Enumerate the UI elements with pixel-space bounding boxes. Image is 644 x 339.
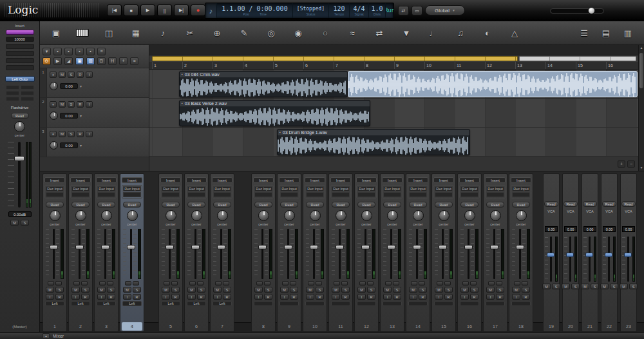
pads-icon[interactable]: ▦: [129, 26, 143, 39]
mute-button[interactable]: M: [512, 287, 520, 293]
input-monitoring-button[interactable]: [282, 281, 289, 286]
record-arm-button[interactable]: R: [223, 294, 231, 300]
solo-button[interactable]: S: [21, 220, 29, 226]
input-monitoring-button[interactable]: [189, 281, 196, 286]
mixer-strip[interactable]: InsertRec InputReadcenterMSIR16: [457, 173, 482, 332]
input-assign-button[interactable]: I: [254, 294, 263, 300]
rec-input-slot[interactable]: Rec Input: [332, 186, 350, 191]
insert-slot[interactable]: Insert: [279, 177, 299, 183]
record-arm-button[interactable]: R: [197, 294, 205, 300]
mixer-strip[interactable]: InsertRec InputReadcenterMSIRLeft1: [43, 173, 67, 332]
rec-input-slot[interactable]: Rec Input: [512, 186, 530, 191]
solo-button[interactable]: S: [610, 284, 618, 289]
pan-knob[interactable]: [490, 210, 501, 221]
track-input-button[interactable]: I: [86, 72, 93, 78]
volume-fader[interactable]: [486, 228, 505, 280]
pan-knob[interactable]: [336, 210, 346, 221]
mute-button[interactable]: M: [435, 287, 443, 293]
fader-cap[interactable]: [14, 156, 24, 161]
solo-button[interactable]: S: [393, 287, 401, 293]
velocity-tool-icon[interactable]: ▥: [86, 57, 95, 65]
track-read-button[interactable]: R: [77, 72, 84, 78]
bounce-button[interactable]: [522, 281, 528, 286]
input-assign-button[interactable]: I: [435, 294, 443, 300]
pan-knob[interactable]: [50, 210, 61, 221]
track-solo-button[interactable]: S: [68, 131, 75, 137]
io-cell[interactable]: [6, 97, 19, 101]
record-arm-button[interactable]: R: [419, 294, 427, 300]
automation-icon[interactable]: ≈: [345, 26, 359, 39]
audio-region[interactable]: ▪03 Bass Verse 2.wav: [179, 100, 370, 126]
insert-slot-empty[interactable]: [6, 51, 34, 56]
record-arm-button[interactable]: R: [470, 294, 478, 300]
mixer-strip[interactable]: InsertRec InputReadcenterMSIRLeft3: [94, 173, 118, 332]
volume-fader[interactable]: [187, 228, 206, 280]
solo-button[interactable]: S: [133, 287, 141, 293]
track-input-button[interactable]: I: [86, 101, 93, 108]
mute-button[interactable]: M: [600, 284, 609, 289]
automation-mode-button[interactable]: Read: [621, 201, 636, 207]
insert-slot[interactable]: Insert: [44, 177, 65, 183]
automation-mode-button[interactable]: Read: [332, 202, 350, 208]
tuner-icon[interactable]: ◐: [480, 26, 495, 39]
output-slot[interactable]: [71, 192, 90, 197]
automation-mode-button[interactable]: Read: [97, 202, 115, 208]
volume-fader[interactable]: [621, 236, 636, 282]
input-assign-button[interactable]: I: [71, 294, 80, 300]
fader-cap[interactable]: [310, 245, 318, 249]
mute-button[interactable]: M: [460, 287, 469, 293]
output-slot[interactable]: [332, 192, 350, 197]
disclosure-icon[interactable]: ▾: [43, 48, 51, 55]
record-arm-button[interactable]: R: [341, 294, 350, 300]
solo-button[interactable]: S: [81, 287, 90, 293]
ruler-bar[interactable]: 15: [576, 62, 606, 69]
input-assign-button[interactable]: I: [97, 294, 106, 300]
midi-edit-icon[interactable]: ▣: [75, 57, 84, 65]
ruler-bar[interactable]: 16: [606, 62, 636, 69]
volume-fader[interactable]: [122, 228, 142, 280]
insert-slot[interactable]: Insert: [186, 177, 207, 183]
automation-mode-button[interactable]: Read: [254, 202, 272, 208]
bounce-button[interactable]: [81, 281, 88, 286]
zoom-tool-icon[interactable]: ◎: [264, 26, 278, 39]
lock-icon[interactable]: ⊡: [97, 57, 106, 65]
volume-fader[interactable]: [331, 228, 350, 280]
bounce-button[interactable]: [55, 281, 62, 286]
mute-button[interactable]: M: [187, 287, 196, 293]
record-arm-button[interactable]: R: [393, 294, 401, 300]
ruler-bar[interactable]: 1: [152, 62, 182, 69]
fader-cap[interactable]: [127, 245, 135, 249]
track-input-button[interactable]: I: [86, 131, 93, 137]
mute-button[interactable]: M: [254, 287, 263, 293]
input-monitoring-button[interactable]: [73, 281, 80, 286]
pan-knob[interactable]: [516, 210, 527, 221]
lcd-tempo-section[interactable]: 120 Tempo: [329, 3, 350, 18]
meter-bridge-icon[interactable]: ▥: [621, 26, 635, 39]
input-monitoring-button[interactable]: [334, 281, 340, 286]
rec-input-slot[interactable]: Rec Input: [71, 186, 90, 191]
pan-knob[interactable]: [387, 210, 398, 221]
bar-ruler[interactable]: 12345678910111213141516: [149, 62, 644, 70]
lcd-position-section[interactable]: 1.1.00 / 0:00.000 Posi Time: [217, 3, 293, 18]
pointer-tool-icon[interactable]: ▶: [53, 57, 62, 65]
bounce-button[interactable]: [133, 281, 139, 286]
solo-button[interactable]: S: [197, 287, 205, 293]
volume-fader[interactable]: [45, 228, 64, 280]
output-slot[interactable]: [187, 192, 205, 197]
output-slot[interactable]: [409, 192, 427, 197]
fader-cap[interactable]: [566, 253, 574, 257]
scrollbar-thumb[interactable]: [639, 53, 643, 88]
record-arm-button[interactable]: R: [107, 294, 115, 300]
input-monitoring-button[interactable]: [462, 281, 469, 286]
note-pad-icon[interactable]: ▤: [599, 26, 613, 39]
input-assign-button[interactable]: I: [280, 294, 289, 300]
rec-input-slot[interactable]: Rec Input: [383, 186, 401, 191]
solo-button[interactable]: S: [107, 287, 115, 293]
bounce-button[interactable]: [197, 281, 204, 286]
fader-cap[interactable]: [413, 245, 421, 249]
apple-loops-icon[interactable]: ♪: [156, 26, 170, 39]
bounce-button[interactable]: [367, 281, 374, 286]
insert-slot-empty[interactable]: [6, 44, 34, 49]
ruler-bar[interactable]: 7: [334, 62, 364, 69]
pan-knob[interactable]: [127, 210, 138, 221]
